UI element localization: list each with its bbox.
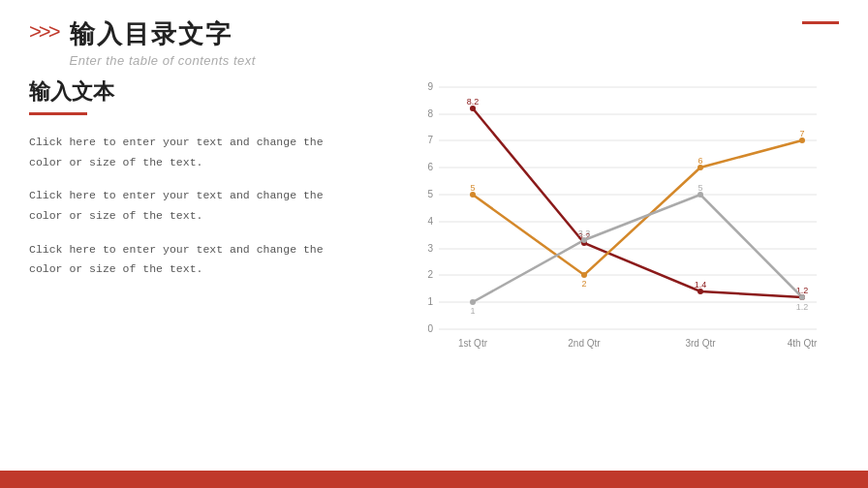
text-paragraph-3[interactable]: Click here to enter your text and change… bbox=[29, 240, 358, 280]
svg-point-45 bbox=[581, 237, 587, 243]
svg-point-38 bbox=[698, 289, 703, 294]
svg-text:7: 7 bbox=[427, 135, 433, 145]
svg-text:4th Qtr: 4th Qtr bbox=[788, 338, 818, 349]
svg-text:2nd Qtr: 2nd Qtr bbox=[568, 338, 601, 349]
svg-point-40 bbox=[470, 192, 476, 198]
line-chart: 0 1 2 3 4 5 6 7 8 9 1st Qtr 2nd Qtr 3rd … bbox=[388, 77, 839, 358]
header-accent-line bbox=[802, 21, 839, 24]
header-subtitle: Enter the table of contents text bbox=[70, 53, 256, 68]
svg-text:8.2: 8.2 bbox=[467, 97, 480, 107]
title-underline bbox=[29, 112, 87, 115]
chevron-icon: >>> bbox=[29, 19, 58, 45]
header-title: 输入目录文字 bbox=[70, 17, 256, 51]
svg-text:5: 5 bbox=[427, 189, 433, 199]
svg-point-36 bbox=[470, 106, 476, 111]
svg-text:0: 0 bbox=[427, 323, 433, 334]
svg-text:2: 2 bbox=[427, 269, 433, 280]
left-panel: 输入文本 Click here to enter your text and c… bbox=[29, 77, 358, 358]
bottom-bar bbox=[0, 471, 868, 488]
svg-text:8: 8 bbox=[427, 108, 433, 119]
chart-panel: 0 1 2 3 4 5 6 7 8 9 1st Qtr 2nd Qtr 3rd … bbox=[388, 77, 839, 358]
chart-container: 0 1 2 3 4 5 6 7 8 9 1st Qtr 2nd Qtr 3rd … bbox=[388, 77, 839, 358]
svg-text:3: 3 bbox=[427, 243, 433, 254]
section-title: 输入文本 bbox=[29, 77, 358, 107]
svg-text:1: 1 bbox=[427, 296, 433, 307]
svg-text:1st Qtr: 1st Qtr bbox=[458, 338, 488, 349]
svg-text:3.3: 3.3 bbox=[578, 229, 591, 238]
text-paragraph-2[interactable]: Click here to enter your text and change… bbox=[29, 186, 358, 226]
svg-text:1.2: 1.2 bbox=[796, 302, 809, 312]
svg-text:1.4: 1.4 bbox=[695, 280, 707, 290]
svg-point-47 bbox=[799, 294, 805, 300]
text-paragraph-1[interactable]: Click here to enter your text and change… bbox=[29, 133, 358, 172]
svg-point-41 bbox=[581, 272, 587, 278]
header: >>> 输入目录文字 Enter the table of contents t… bbox=[0, 0, 868, 68]
svg-text:4: 4 bbox=[427, 216, 433, 227]
svg-text:3rd Qtr: 3rd Qtr bbox=[685, 338, 716, 349]
svg-text:2: 2 bbox=[581, 279, 586, 289]
svg-text:6: 6 bbox=[427, 162, 433, 172]
main-content: 输入文本 Click here to enter your text and c… bbox=[0, 68, 868, 358]
svg-point-44 bbox=[470, 299, 476, 305]
svg-text:9: 9 bbox=[427, 81, 433, 92]
svg-text:6: 6 bbox=[698, 156, 702, 166]
svg-point-46 bbox=[698, 192, 703, 198]
svg-point-43 bbox=[799, 137, 805, 143]
header-text-block: 输入目录文字 Enter the table of contents text bbox=[70, 17, 256, 68]
svg-text:7: 7 bbox=[799, 129, 804, 138]
svg-text:1: 1 bbox=[470, 306, 475, 316]
svg-point-42 bbox=[698, 165, 703, 170]
svg-text:5: 5 bbox=[470, 183, 475, 193]
svg-text:5: 5 bbox=[698, 183, 702, 193]
